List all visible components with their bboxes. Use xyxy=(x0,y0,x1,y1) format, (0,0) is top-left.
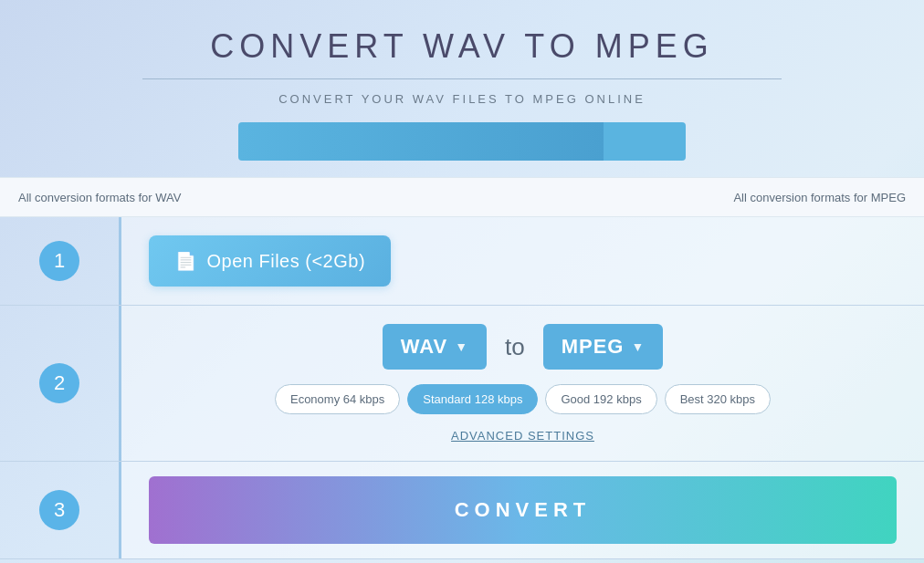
step-3-circle: 3 xyxy=(39,490,79,530)
step-3-number-col: 3 xyxy=(0,462,119,558)
convert-button[interactable]: CONVERT xyxy=(149,476,897,544)
conversion-row: WAV ▼ to MPEG ▼ xyxy=(383,324,664,370)
header: CONVERT WAV TO MPEG CONVERT YOUR WAV FIL… xyxy=(0,0,924,170)
file-icon: 📄 xyxy=(174,250,198,272)
step-2-circle: 2 xyxy=(39,363,79,403)
from-format-chevron-icon: ▼ xyxy=(455,339,468,354)
step-3-row: 3 CONVERT xyxy=(0,462,924,559)
quality-good-button[interactable]: Good 192 kbps xyxy=(545,384,656,414)
step-2-number-col: 2 xyxy=(0,306,119,461)
to-format-chevron-icon: ▼ xyxy=(631,339,645,354)
step-1-row: 1 📄 Open Files (<2Gb) xyxy=(0,217,924,306)
upload-bar-right xyxy=(604,122,686,161)
advanced-settings-link[interactable]: ADVANCED SETTINGS xyxy=(451,429,594,443)
page-title: CONVERT WAV TO MPEG xyxy=(18,27,906,66)
to-text: to xyxy=(505,333,525,361)
subtitle: CONVERT YOUR WAV FILES TO MPEG ONLINE xyxy=(18,92,906,106)
quality-options: Economy 64 kbps Standard 128 kbps Good 1… xyxy=(275,384,771,414)
step-1-number-col: 1 xyxy=(0,217,119,305)
quality-standard-button[interactable]: Standard 128 kbps xyxy=(407,384,538,414)
open-files-button[interactable]: 📄 Open Files (<2Gb) xyxy=(149,235,391,287)
to-format-button[interactable]: MPEG ▼ xyxy=(543,324,664,370)
nav-bar: All conversion formats for WAV All conve… xyxy=(0,177,924,217)
quality-economy-button[interactable]: Economy 64 kbps xyxy=(275,384,400,414)
step-1-circle: 1 xyxy=(39,241,79,281)
from-format-button[interactable]: WAV ▼ xyxy=(383,324,487,370)
step-2-row: 2 WAV ▼ to MPEG ▼ Economy 64 kbps Standa… xyxy=(0,306,924,462)
divider xyxy=(142,78,782,79)
steps-container: 1 📄 Open Files (<2Gb) 2 WAV ▼ to xyxy=(0,217,924,559)
step-1-content: 📄 Open Files (<2Gb) xyxy=(119,217,924,305)
quality-best-button[interactable]: Best 320 kbps xyxy=(665,384,771,414)
step-2-content: WAV ▼ to MPEG ▼ Economy 64 kbps Standard… xyxy=(119,306,924,461)
upload-bar-main xyxy=(238,122,604,161)
step-3-content: CONVERT xyxy=(119,462,924,558)
upload-bar-area xyxy=(18,122,906,161)
nav-link-wav[interactable]: All conversion formats for WAV xyxy=(18,180,181,215)
nav-link-mpeg[interactable]: All conversion formats for MPEG xyxy=(733,180,906,215)
